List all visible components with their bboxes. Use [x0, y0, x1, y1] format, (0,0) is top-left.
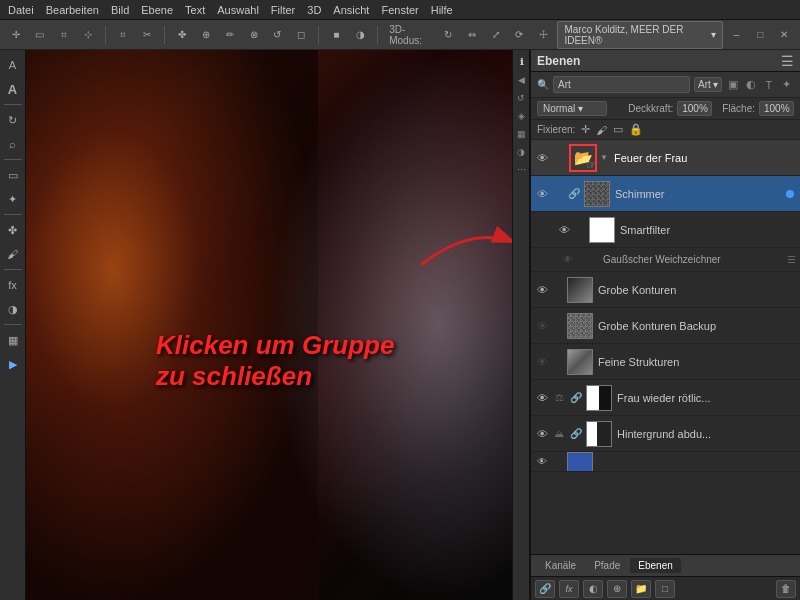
lt-zoom-tool[interactable]: ⌕: [2, 133, 24, 155]
menu-bild[interactable]: Bild: [111, 4, 129, 16]
layer-item[interactable]: 👁: [531, 452, 800, 472]
tool-history-brush[interactable]: ↺: [268, 24, 288, 46]
ss-more-btn[interactable]: ⋯: [513, 162, 529, 178]
panel-menu-icon[interactable]: ☰: [781, 53, 794, 69]
layer-item[interactable]: 👁 Gaußscher Weichzeichner ☰: [531, 248, 800, 272]
layer-item[interactable]: 👁 Feine Strukturen: [531, 344, 800, 380]
tool-move[interactable]: ✛: [6, 24, 26, 46]
layer-item[interactable]: 👁 Grobe Konturen: [531, 272, 800, 308]
tab-ebenen[interactable]: Ebenen: [630, 558, 680, 573]
layer-eye-icon[interactable]: 👁: [535, 355, 549, 369]
menu-ebene[interactable]: Ebene: [141, 4, 173, 16]
layer-item[interactable]: 👁 ⛰ 🔗 Hintergrund abdu...: [531, 416, 800, 452]
lt-paint-tool[interactable]: 🖌: [2, 243, 24, 265]
tool-wand[interactable]: ⊹: [78, 24, 98, 46]
filter-type-dropdown[interactable]: Art ▾: [694, 77, 722, 92]
profile-dropdown[interactable]: Marco Kolditz, MEER DER IDEEN® ▾: [557, 21, 722, 49]
area-value-field[interactable]: 100%: [759, 101, 794, 116]
lt-adjust-tool[interactable]: ◑: [2, 298, 24, 320]
tool-brush[interactable]: ✏: [220, 24, 240, 46]
lt-eyedropper-tool[interactable]: ✤: [2, 219, 24, 241]
expand-triangle-icon[interactable]: ▼: [600, 153, 608, 162]
window-minimize-btn[interactable]: –: [727, 24, 747, 46]
filter-settings-icon[interactable]: ☰: [787, 254, 796, 265]
layer-eye-icon[interactable]: 👁: [535, 391, 549, 405]
tool-3d-move[interactable]: ⇔: [462, 24, 482, 46]
tab-pfade[interactable]: Pfade: [586, 558, 628, 573]
layer-item[interactable]: 👁 Grobe Konturen Backup: [531, 308, 800, 344]
ss-layers-btn[interactable]: ▦: [513, 126, 529, 142]
window-maximize-btn[interactable]: □: [751, 24, 771, 46]
menu-fenster[interactable]: Fenster: [381, 4, 418, 16]
menu-datei[interactable]: Datei: [8, 4, 34, 16]
lt-shape-tool[interactable]: ▭: [2, 164, 24, 186]
tab-kanale[interactable]: Kanäle: [537, 558, 584, 573]
window-close-btn[interactable]: ✕: [774, 24, 794, 46]
layer-eye-icon[interactable]: 👁: [535, 319, 549, 333]
add-layer-btn[interactable]: □: [655, 580, 675, 598]
layer-eye-icon[interactable]: 👁: [535, 455, 549, 469]
layer-search-input[interactable]: [553, 76, 690, 93]
ss-collapse-btn[interactable]: ◀: [513, 72, 529, 88]
lt-fx-tool[interactable]: fx: [2, 274, 24, 296]
tool-heal[interactable]: ⊕: [196, 24, 216, 46]
blend-mode-dropdown[interactable]: Normal ▾: [537, 101, 607, 116]
menu-ansicht[interactable]: Ansicht: [333, 4, 369, 16]
layer-eye-icon[interactable]: 👁: [535, 151, 549, 165]
filter-shape-btn[interactable]: ✦: [780, 78, 794, 92]
tool-3d-scale[interactable]: ⤢: [486, 24, 506, 46]
tool-slice[interactable]: ✂: [137, 24, 157, 46]
menu-3d[interactable]: 3D: [307, 4, 321, 16]
layer-eye-icon[interactable]: 👁: [535, 187, 549, 201]
ss-history-btn[interactable]: ↺: [513, 90, 529, 106]
ss-adjust-btn[interactable]: ◑: [513, 144, 529, 160]
menu-bearbeiten[interactable]: Bearbeiten: [46, 4, 99, 16]
tool-eraser[interactable]: ◻: [291, 24, 311, 46]
tool-crop[interactable]: ⌗: [113, 24, 133, 46]
layer-item[interactable]: 👁 ⚖ 🔗 Frau wieder rötlic...: [531, 380, 800, 416]
layer-item[interactable]: 👁 📂 ☞ ▼ Feuer der Frau: [531, 140, 800, 176]
menu-auswahl[interactable]: Auswahl: [217, 4, 259, 16]
link-layers-btn[interactable]: 🔗: [535, 580, 555, 598]
tool-lasso[interactable]: ⌗: [54, 24, 74, 46]
tool-eyedropper[interactable]: ✤: [172, 24, 192, 46]
ss-info-btn[interactable]: ℹ: [513, 54, 529, 70]
filter-text-btn[interactable]: T: [762, 78, 776, 92]
lt-view-tool[interactable]: ▦: [2, 329, 24, 351]
ss-color-btn[interactable]: ◈: [513, 108, 529, 124]
tool-3d-drag[interactable]: ☩: [533, 24, 553, 46]
add-adjustment-btn[interactable]: ⊕: [607, 580, 627, 598]
layer-eye-icon[interactable]: 👁: [535, 283, 549, 297]
lt-rotate-tool[interactable]: ↻: [2, 109, 24, 131]
add-fx-btn[interactable]: fx: [559, 580, 579, 598]
filter-pixel-btn[interactable]: ▣: [726, 78, 740, 92]
lock-artboard-icon[interactable]: ▭: [613, 123, 623, 136]
lock-position-icon[interactable]: ✛: [581, 123, 590, 136]
lt-path-tool[interactable]: ✦: [2, 188, 24, 210]
menu-text[interactable]: Text: [185, 4, 205, 16]
opacity-value-field[interactable]: 100%: [677, 101, 712, 116]
tool-3d-rotate[interactable]: ↻: [438, 24, 458, 46]
lt-select-tool[interactable]: A: [2, 54, 24, 76]
filter-adjust-btn[interactable]: ◐: [744, 78, 758, 92]
layer-item[interactable]: 👁 Smartfilter: [531, 212, 800, 248]
lock-paint-icon[interactable]: 🖌: [596, 124, 607, 136]
tool-select-rect[interactable]: ▭: [30, 24, 50, 46]
lt-play-btn[interactable]: ▶: [2, 353, 24, 375]
tool-gradient[interactable]: ■: [326, 24, 346, 46]
menu-filter[interactable]: Filter: [271, 4, 295, 16]
layer-eye-icon[interactable]: 👁: [535, 427, 549, 441]
canvas-area[interactable]: Klicken um Gruppe zu schließen: [26, 50, 512, 600]
tool-3d-roll[interactable]: ⟳: [509, 24, 529, 46]
layer-item[interactable]: 👁 🔗 Schimmer: [531, 176, 800, 212]
menu-hilfe[interactable]: Hilfe: [431, 4, 453, 16]
lock-all-icon[interactable]: 🔒: [629, 123, 643, 136]
layer-eye-icon[interactable]: 👁: [557, 223, 571, 237]
tool-stamp[interactable]: ⊗: [244, 24, 264, 46]
tool-blur[interactable]: ◑: [350, 24, 370, 46]
add-mask-btn[interactable]: ◐: [583, 580, 603, 598]
delete-layer-btn[interactable]: 🗑: [776, 580, 796, 598]
lt-text-tool[interactable]: A: [2, 78, 24, 100]
layer-group-thumb[interactable]: 📂 ☞: [569, 144, 597, 172]
add-group-btn[interactable]: 📁: [631, 580, 651, 598]
